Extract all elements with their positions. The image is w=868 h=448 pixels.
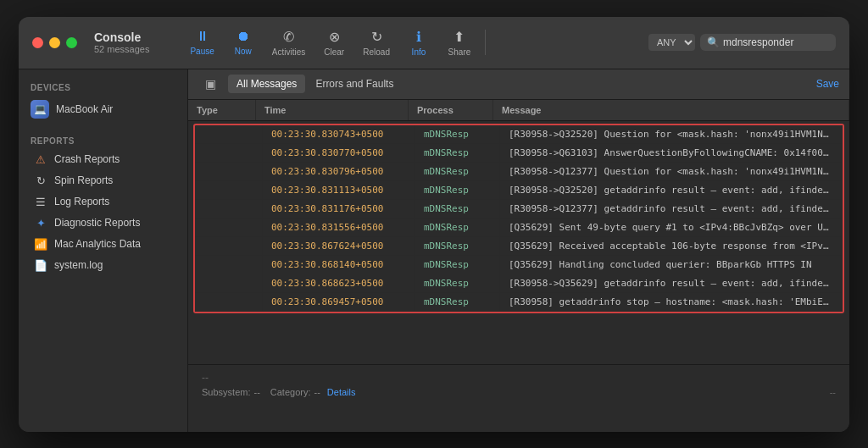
sidebar-item-crash-reports[interactable]: ⚠ Crash Reports — [22, 149, 184, 170]
now-button[interactable]: ⏺ Now — [225, 25, 262, 59]
pause-button[interactable]: ⏸ Pause — [183, 25, 220, 59]
share-button[interactable]: ⬆ Share — [441, 25, 478, 60]
category-label: Category: — [270, 387, 311, 397]
search-filter-select[interactable]: ANY — [648, 34, 695, 51]
search-area: ANY 🔍 — [648, 34, 836, 51]
sidebar: Devices 💻 MacBook Air Reports ⚠ Crash Re… — [19, 69, 188, 432]
pause-icon: ⏸ — [196, 29, 209, 44]
row-message: [R30958->Q12377] Question for <mask.hash… — [500, 163, 843, 180]
pause-label: Pause — [190, 47, 214, 56]
activities-label: Activities — [272, 47, 305, 57]
row-type — [195, 163, 263, 180]
table-row[interactable]: 00:23:30.831113+0500 mDNSResp [R30958->Q… — [195, 181, 843, 200]
info-button[interactable]: ℹ Info — [400, 25, 437, 60]
row-type — [195, 125, 263, 143]
activities-button[interactable]: ✆ Activities — [265, 25, 312, 60]
reload-label: Reload — [363, 47, 390, 57]
time-column-header: Time — [256, 100, 409, 120]
app-title: Console 52 messages — [94, 30, 149, 54]
errors-faults-tab[interactable]: Errors and Faults — [307, 75, 402, 93]
row-time: 00:23:30.831176+0500 — [263, 200, 415, 218]
table-row[interactable]: 00:23:30.830796+0500 mDNSResp [R30958->Q… — [195, 163, 843, 181]
search-input-wrap: 🔍 — [700, 34, 836, 51]
all-messages-tab[interactable]: All Messages — [228, 75, 305, 93]
crash-reports-label: Crash Reports — [54, 153, 120, 165]
row-time: 00:23:30.867624+0500 — [263, 237, 415, 255]
row-message: [R30958->Q32520] Question for <mask.hash… — [500, 125, 843, 143]
row-message: [R30958->Q63103] AnswerQuestionByFollowi… — [500, 144, 843, 162]
search-icon: 🔍 — [707, 36, 720, 48]
details-link[interactable]: Details — [327, 387, 356, 397]
row-type — [195, 293, 263, 311]
row-time: 00:23:30.869457+0500 — [263, 293, 415, 311]
mac-analytics-label: Mac Analytics Data — [54, 238, 141, 250]
row-type — [195, 144, 263, 162]
now-label: Now — [235, 47, 252, 56]
row-time: 00:23:30.830743+0500 — [263, 125, 415, 143]
spin-reports-icon: ↻ — [34, 174, 47, 187]
device-name: MacBook Air — [56, 103, 113, 115]
table-row[interactable]: 00:23:30.831556+0500 mDNSResp [Q35629] S… — [195, 218, 843, 237]
sidebar-item-spin-reports[interactable]: ↻ Spin Reports — [22, 170, 184, 191]
sidebar-item-mac-analytics[interactable]: 📶 Mac Analytics Data — [22, 234, 184, 255]
sidebar-toggle-button[interactable]: ▣ — [198, 74, 223, 94]
system-log-label: system.log — [54, 259, 103, 271]
clear-button[interactable]: ⊗ Clear — [315, 25, 353, 60]
activities-icon: ✆ — [283, 29, 294, 45]
row-time: 00:23:30.831113+0500 — [263, 181, 415, 199]
app-title-name: Console — [94, 30, 149, 44]
clear-label: Clear — [324, 47, 344, 57]
maximize-button[interactable] — [66, 37, 77, 48]
reload-button[interactable]: ↻ Reload — [356, 25, 397, 60]
row-process: mDNSResp — [415, 200, 500, 218]
row-process: mDNSResp — [415, 274, 500, 292]
sidebar-item-log-reports[interactable]: ☰ Log Reports — [22, 191, 184, 213]
table-row[interactable]: 00:23:30.867624+0500 mDNSResp [Q35629] R… — [195, 237, 843, 256]
save-button[interactable]: Save — [816, 78, 839, 90]
row-type — [195, 181, 263, 199]
row-type — [195, 256, 263, 274]
row-type — [195, 274, 263, 292]
reload-icon: ↻ — [371, 29, 382, 45]
table-row[interactable]: 00:23:30.830743+0500 mDNSResp [R30958->Q… — [195, 125, 843, 144]
minimize-button[interactable] — [49, 37, 60, 48]
close-button[interactable] — [32, 37, 43, 48]
detail-panel: -- Subsystem: -- Category: -- Details -- — [188, 364, 849, 432]
device-item-macbook[interactable]: 💻 MacBook Air — [19, 96, 187, 123]
row-process: mDNSResp — [415, 218, 500, 236]
sidebar-item-system-log[interactable]: 📄 system.log — [22, 255, 184, 276]
system-log-icon: 📄 — [34, 259, 47, 272]
clear-icon: ⊗ — [329, 29, 340, 45]
row-type — [195, 218, 263, 236]
highlighted-log-group: 00:23:30.830743+0500 mDNSResp [R30958->Q… — [193, 124, 844, 313]
toolbar-actions: ⏸ Pause ⏺ Now ✆ Activities ⊗ Clear ↻ Rel… — [183, 25, 836, 60]
table-row[interactable]: 00:23:30.868623+0500 mDNSResp [R30958->Q… — [195, 274, 843, 293]
search-input[interactable] — [723, 36, 825, 48]
share-label: Share — [448, 47, 471, 57]
message-count: 52 messages — [94, 44, 149, 54]
diagnostic-reports-label: Diagnostic Reports — [54, 217, 140, 229]
category-value: -- — [314, 387, 320, 397]
mac-analytics-icon: 📶 — [34, 238, 47, 251]
subsystem-label: Subsystem: — [202, 387, 250, 397]
table-row[interactable]: 00:23:30.868140+0500 mDNSResp [Q35629] H… — [195, 256, 843, 274]
info-icon: ℹ — [416, 29, 421, 45]
share-icon: ⬆ — [453, 29, 465, 45]
table-header: Type Time Process Message — [188, 100, 849, 121]
table-row[interactable]: 00:23:30.869457+0500 mDNSResp [R30958] g… — [195, 293, 843, 312]
row-process: mDNSResp — [415, 144, 500, 162]
sidebar-item-diagnostic-reports[interactable]: ✦ Diagnostic Reports — [22, 213, 184, 234]
row-message: [Q35629] Handling concluded querier: BBp… — [500, 256, 843, 274]
row-type — [195, 237, 263, 255]
log-table[interactable]: Type Time Process Message 00:23:30.83074… — [188, 100, 849, 364]
devices-section-label: Devices — [19, 78, 187, 96]
traffic-lights — [32, 37, 77, 48]
row-process: mDNSResp — [415, 256, 500, 274]
table-row[interactable]: 00:23:30.830770+0500 mDNSResp [R30958->Q… — [195, 144, 843, 163]
table-row[interactable]: 00:23:30.831176+0500 mDNSResp [R30958->Q… — [195, 200, 843, 218]
detail-dash: -- — [202, 372, 836, 384]
reports-section-label: Reports — [19, 131, 187, 149]
row-process: mDNSResp — [415, 163, 500, 180]
subsystem-value: -- — [253, 387, 259, 397]
row-message: [R30958] getaddrinfo stop — hostname: <m… — [500, 293, 843, 311]
